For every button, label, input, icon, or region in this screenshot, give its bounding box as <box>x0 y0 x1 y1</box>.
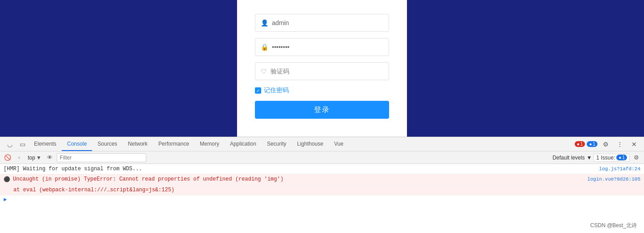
tab-sources[interactable]: Sources <box>92 137 123 151</box>
console-output: [HMR] Waiting for update signal from WDS… <box>0 164 644 233</box>
filter-icon[interactable]: ◦ <box>14 153 24 163</box>
issues-label: 1 Issue: <box>596 155 615 161</box>
devtools-right-controls: ● 1 ● 1 ⚙ ⋮ ✕ <box>575 138 640 151</box>
login-button[interactable]: 登录 <box>255 101 389 119</box>
browser-content: 👤 🔒 🛡 记住密码 登录 <box>0 0 644 137</box>
remember-checkbox[interactable] <box>255 87 261 94</box>
shield-icon: 🛡 <box>261 68 267 75</box>
devtools-panel: ◡ ▭ Elements Console Sources Network Per… <box>0 137 644 233</box>
username-field[interactable]: 👤 <box>255 14 389 32</box>
tab-vue[interactable]: Vue <box>329 137 349 151</box>
console-prompt[interactable]: ► <box>0 195 644 204</box>
hmr-text: [HMR] Waiting for update signal from WDS… <box>4 165 142 173</box>
hmr-link[interactable]: log.js?1afd:24 <box>599 165 640 173</box>
console-arrow-icon: ► <box>4 197 7 203</box>
settings-icon[interactable]: ⚙ <box>599 138 612 151</box>
default-levels-dropdown-icon: ▼ <box>586 155 592 161</box>
message-badge: ● 1 <box>587 141 597 147</box>
tab-memory[interactable]: Memory <box>195 137 225 151</box>
tab-application[interactable]: Application <box>225 137 262 151</box>
error-text: Uncaught (in promise) TypeError: Cannot … <box>13 176 284 183</box>
error-link[interactable]: login.vue?8d26:105 <box>587 176 640 183</box>
issues-count-badge: ● 1 <box>616 155 627 160</box>
login-card: 👤 🔒 🛡 记住密码 登录 <box>237 0 407 137</box>
password-input[interactable] <box>272 43 383 51</box>
close-devtools-icon[interactable]: ✕ <box>628 138 640 151</box>
error-icon: ⚫ <box>4 176 10 183</box>
error-badge: ● 1 <box>575 141 585 147</box>
watermark: CSDN @Best_北诗 <box>590 222 637 229</box>
default-levels-selector[interactable]: Default levels ▼ <box>552 155 592 161</box>
device-toolbar-icon[interactable]: ▭ <box>16 138 29 151</box>
captcha-group: 🛡 <box>255 62 389 80</box>
captcha-input[interactable] <box>271 68 383 75</box>
console-settings-icon[interactable]: ⚙ <box>631 153 641 163</box>
tab-network[interactable]: Network <box>123 137 153 151</box>
console-filter-input[interactable] <box>57 153 146 162</box>
lock-icon: 🔒 <box>261 43 268 51</box>
context-selector[interactable]: top ▼ <box>26 154 43 162</box>
console-line-error: ⚫ Uncaught (in promise) TypeError: Canno… <box>0 174 644 185</box>
tab-console[interactable]: Console <box>62 137 92 151</box>
default-levels-label: Default levels <box>552 155 585 161</box>
inspect-element-icon[interactable]: ◡ <box>4 138 16 151</box>
remember-row[interactable]: 记住密码 <box>255 86 389 95</box>
more-options-icon[interactable]: ⋮ <box>614 138 626 151</box>
tab-elements[interactable]: Elements <box>29 137 62 151</box>
context-dropdown-icon: ▼ <box>36 155 42 161</box>
devtools-tab-bar: ◡ ▭ Elements Console Sources Network Per… <box>0 137 644 151</box>
issues-badge: 1 Issue: ● 1 <box>593 154 630 162</box>
user-icon: 👤 <box>261 19 268 26</box>
devtools-tabs: Elements Console Sources Network Perform… <box>29 137 575 151</box>
context-label: top <box>28 155 35 161</box>
password-field[interactable]: 🔒 <box>255 38 389 56</box>
tab-performance[interactable]: Performance <box>153 137 195 151</box>
console-line-error-detail: at eval (webpack-internal:///…script&lan… <box>0 185 644 195</box>
console-sub-toolbar: 🚫 ◦ top ▼ 👁 Default levels ▼ 1 Issue: ● … <box>0 151 644 164</box>
captcha-field[interactable]: 🛡 <box>255 62 389 80</box>
eye-icon[interactable]: 👁 <box>45 153 55 163</box>
clear-console-icon[interactable]: 🚫 <box>3 153 13 163</box>
username-input[interactable] <box>272 19 383 26</box>
console-line-hmr: [HMR] Waiting for update signal from WDS… <box>0 164 644 174</box>
tab-lighthouse[interactable]: Lighthouse <box>292 137 329 151</box>
tab-security[interactable]: Security <box>262 137 292 151</box>
error-detail-text: at eval (webpack-internal:///…script&lan… <box>13 186 174 194</box>
remember-label: 记住密码 <box>264 86 289 95</box>
